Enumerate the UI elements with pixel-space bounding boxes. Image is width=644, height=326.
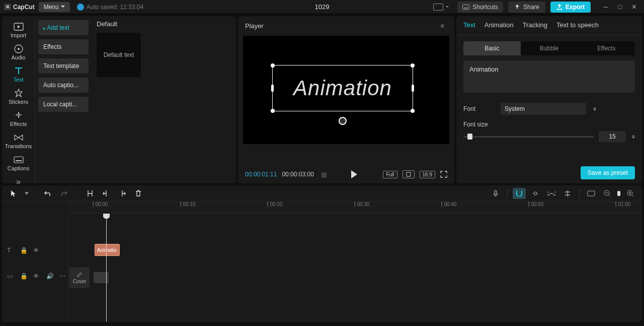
tab-effects-label: Effects	[10, 121, 27, 127]
tab-stickers[interactable]: Stickers	[2, 86, 35, 108]
subtab-basic[interactable]: Basic	[463, 41, 521, 55]
resize-handle-tr[interactable]	[411, 63, 415, 68]
playhead[interactable]	[106, 214, 107, 322]
save-preset-button[interactable]: Save as preset	[581, 166, 635, 179]
inspector-tab-text[interactable]: Text	[463, 21, 475, 30]
sidebar-local-captions[interactable]: Local capti...	[38, 97, 89, 112]
import-icon	[13, 22, 24, 31]
size-value[interactable]: 15	[599, 131, 626, 142]
tab-stickers-label: Stickers	[9, 99, 28, 105]
size-slider-thumb[interactable]	[467, 134, 472, 140]
delete-button[interactable]	[132, 188, 145, 199]
transitions-icon	[13, 133, 24, 142]
pointer-tool[interactable]	[7, 188, 20, 199]
split-button[interactable]	[84, 188, 97, 199]
lock-icon[interactable]: 🔒	[20, 273, 28, 280]
tab-import-label: Import	[11, 32, 26, 38]
svg-rect-6	[16, 160, 22, 161]
zoom-out-button[interactable]	[601, 188, 614, 199]
export-button[interactable]: Export	[550, 2, 591, 13]
font-stepper[interactable]	[593, 106, 596, 112]
align-button[interactable]	[561, 188, 574, 199]
minimize-button[interactable]: ─	[600, 2, 612, 12]
rotate-handle[interactable]	[339, 117, 347, 125]
sidebar-add-text[interactable]: Add text	[38, 20, 89, 35]
share-label: Share	[523, 4, 539, 11]
audio-icon	[13, 44, 24, 53]
play-button[interactable]	[349, 170, 361, 178]
inspector-tab-tts[interactable]: Text to speech	[556, 21, 599, 30]
size-slider[interactable]	[463, 136, 594, 138]
mic-button[interactable]	[489, 188, 502, 199]
preview-toggle[interactable]	[585, 188, 598, 199]
cover-label: Cover	[73, 279, 87, 284]
ratio-button[interactable]: 16:9	[420, 171, 435, 178]
eye-icon[interactable]: 👁	[33, 247, 41, 254]
share-icon	[514, 4, 520, 10]
resize-handle-mr[interactable]	[412, 85, 414, 92]
text-clip[interactable]: Animatio	[95, 244, 120, 256]
close-button[interactable]: ✕	[628, 2, 640, 12]
tab-captions[interactable]: Captions	[2, 152, 35, 174]
split-right-button[interactable]	[116, 188, 129, 199]
tab-effects[interactable]: Effects	[2, 108, 35, 130]
crop-button[interactable]	[403, 170, 415, 178]
magnet-button[interactable]	[513, 188, 526, 199]
size-stepper[interactable]	[632, 134, 635, 140]
sidebar-auto-captions[interactable]: Auto captio...	[38, 78, 89, 93]
text-icon	[13, 67, 24, 76]
tab-audio[interactable]: Audio	[2, 41, 35, 63]
canvas-text-box[interactable]: Animation	[272, 65, 413, 111]
maximize-button[interactable]: □	[614, 2, 626, 12]
shortcuts-button[interactable]: Shortcuts	[457, 2, 503, 13]
inspector-tab-tracking[interactable]: Tracking	[523, 21, 547, 30]
layout-icon[interactable]	[433, 4, 443, 11]
font-select[interactable]: System	[501, 103, 586, 115]
eye-icon[interactable]: 👁	[33, 273, 41, 280]
resize-handle-br[interactable]	[411, 109, 415, 113]
cover-button[interactable]: Cover	[69, 267, 90, 288]
more-icon[interactable]: ⋯	[59, 273, 67, 280]
project-title: 1029	[315, 3, 330, 11]
subtab-effects[interactable]: Effects	[578, 41, 635, 55]
text-content-input[interactable]: Animation	[463, 60, 635, 93]
inspector-tab-animation[interactable]: Animation	[485, 21, 514, 30]
redo-button[interactable]	[57, 188, 70, 199]
player-menu-icon[interactable]: ≡	[437, 21, 447, 31]
pointer-dropdown[interactable]	[23, 188, 30, 199]
zoom-in-button[interactable]	[624, 188, 637, 199]
tab-transitions-label: Transitions	[5, 143, 32, 149]
tab-import[interactable]: Import	[2, 19, 35, 41]
resize-handle-bl[interactable]	[271, 109, 275, 113]
full-button[interactable]: Full	[383, 171, 397, 178]
link-button[interactable]	[545, 188, 558, 199]
link-preview-button[interactable]	[529, 188, 542, 199]
default-text-card[interactable]: Default text	[97, 33, 141, 77]
app-logo: CapCut	[4, 4, 35, 11]
zoom-slider[interactable]	[617, 188, 621, 199]
menu-button[interactable]: Menu	[39, 2, 70, 12]
size-label: Font size	[463, 121, 488, 128]
captions-icon	[13, 155, 24, 164]
font-label: Font	[463, 105, 495, 112]
undo-button[interactable]	[41, 188, 54, 199]
tick: | 00:30	[354, 202, 369, 207]
fullscreen-button[interactable]	[440, 171, 447, 178]
tab-transitions[interactable]: Transitions	[2, 130, 35, 152]
split-left-button[interactable]	[100, 188, 113, 199]
resize-handle-ml[interactable]	[271, 85, 274, 92]
resize-handle-tl[interactable]	[271, 63, 275, 68]
speaker-icon[interactable]: 🔊	[46, 273, 54, 280]
timeline-ruler[interactable]: | 00:00 | 00:10 | 00:20 | 00:30 | 00:40 …	[68, 202, 642, 214]
tab-text[interactable]: Text	[2, 63, 35, 86]
media-track-lane[interactable]: Cover	[68, 263, 642, 293]
share-button[interactable]: Share	[508, 2, 545, 13]
view-cols-icon[interactable]: ▦	[321, 171, 327, 178]
sidebar-effects[interactable]: Effects	[38, 39, 89, 54]
lock-icon[interactable]: 🔒	[20, 247, 28, 254]
time-current: 00:00:01:11	[245, 171, 277, 178]
player-canvas[interactable]: Animation	[243, 36, 449, 144]
text-track-lane[interactable]: Animatio	[68, 240, 642, 261]
sidebar-text-template[interactable]: Text template	[38, 58, 89, 74]
subtab-bubble[interactable]: Bubble	[521, 41, 578, 55]
